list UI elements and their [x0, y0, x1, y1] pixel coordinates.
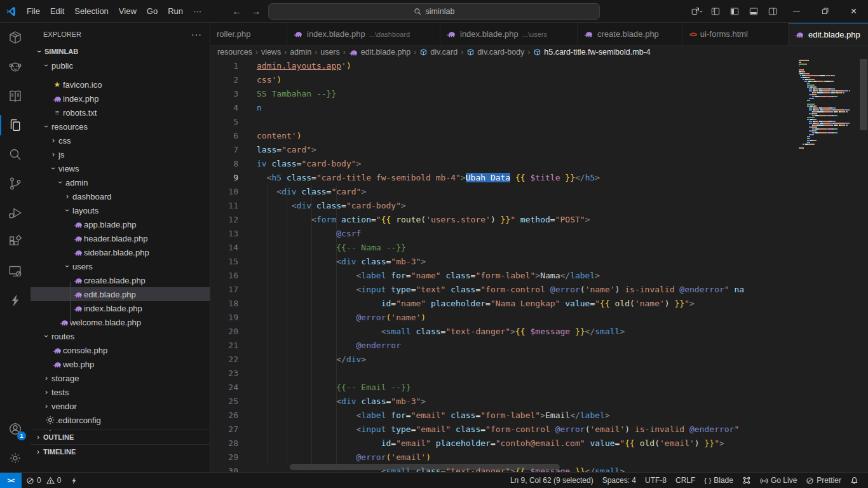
status-eol[interactable]: CRLF	[671, 473, 700, 488]
menu-view[interactable]: View	[114, 4, 142, 19]
close-button[interactable]: ×	[839, 0, 868, 22]
tab-create.blade.php[interactable]: create.blade.php	[578, 23, 683, 45]
code-line: n	[257, 101, 798, 115]
breadcrumb-item-5[interactable]: div.card	[419, 48, 458, 57]
outline-section[interactable]: ›OUTLINE	[31, 430, 210, 444]
horizontal-scrollbar[interactable]	[290, 464, 560, 470]
tree-folder-views[interactable]: ›views	[31, 161, 210, 175]
tab-index.blade.php[interactable]: index.blade.php...\dashboard	[287, 23, 440, 45]
tree-folder-layouts[interactable]: ›layouts	[31, 203, 210, 217]
breadcrumb-item-2[interactable]: admin	[290, 48, 311, 57]
tree-folder-vendor[interactable]: ›vendor	[31, 399, 210, 413]
tree-folder-dashboard[interactable]: ›dashboard	[31, 189, 210, 203]
php-icon	[51, 346, 63, 355]
code-area[interactable]: 1234567891011121314151617181920212223242…	[210, 59, 868, 473]
status-language-mode[interactable]: { }Blade	[700, 473, 738, 488]
activity-explorer-icon[interactable]	[0, 111, 31, 140]
nav-forward-icon[interactable]: →	[251, 6, 261, 17]
restore-button[interactable]	[811, 0, 839, 22]
tree-folder-storage[interactable]: ›storage	[31, 371, 210, 385]
activity-docs-book-icon[interactable]	[0, 81, 31, 111]
command-center-search[interactable]: siminlab	[268, 3, 600, 20]
activity-accounts-icon[interactable]: 1	[0, 414, 31, 444]
layout-dropdown-icon[interactable]: ›	[687, 3, 706, 20]
status-cursor-position[interactable]: Ln 9, Col 62 (9 selected)	[506, 473, 598, 488]
breadcrumb-item-6[interactable]: div.card-body	[466, 48, 524, 57]
tree-file-app.blade.php[interactable]: app.blade.php	[31, 217, 210, 231]
status-remote-indicator[interactable]: ><	[0, 473, 22, 488]
activity-extensions-icon[interactable]	[0, 227, 31, 257]
menu-selection[interactable]: Selection	[69, 4, 113, 19]
tree-file-favicon.ico[interactable]: ★favicon.ico	[31, 78, 210, 92]
tree-folder-js[interactable]: ›js	[31, 147, 210, 161]
activity-remote-explorer-icon[interactable]	[0, 257, 31, 286]
php-icon	[72, 234, 84, 243]
status-waffle-status[interactable]	[738, 473, 756, 488]
tree-file-console.php[interactable]: console.php	[31, 343, 210, 357]
tree-file-index.blade.php[interactable]: index.blade.php	[31, 301, 210, 315]
tree-file-create.blade.php[interactable]: create.blade.php	[31, 273, 210, 287]
star-icon: ★	[51, 80, 63, 89]
timeline-section[interactable]: ›TIMELINE	[31, 444, 210, 459]
tab-index.blade.php[interactable]: index.blade.php...\users	[440, 23, 578, 45]
code-content[interactable]: admin.layouts.app')css')SS Tambahan --}}…	[257, 59, 798, 473]
tree-file-web.php[interactable]: web.php	[31, 357, 210, 371]
menu-run[interactable]: Run	[163, 4, 188, 19]
customize-layout-icon[interactable]	[706, 3, 725, 20]
breadcrumb-item-7[interactable]: h5.card-title.fw-semibold.mb-4	[533, 48, 650, 57]
status-notifications[interactable]	[846, 473, 863, 488]
menu-bar: FileEditSelectionViewGoRun···	[22, 4, 207, 19]
breadcrumb-item-1[interactable]: views	[261, 48, 281, 57]
vertical-scrollbar[interactable]	[860, 59, 867, 130]
activity-source-control-icon[interactable]	[0, 169, 31, 198]
tree-folder-public[interactable]: ›public	[31, 58, 210, 72]
tree-folder-users[interactable]: ›users	[31, 259, 210, 273]
toggle-panel-icon[interactable]	[744, 3, 763, 20]
tree-folder-siminlab[interactable]: ›SIMINLAB	[31, 44, 210, 58]
status-problems[interactable]: 00	[22, 473, 65, 488]
activity-settings-icon[interactable]	[0, 444, 31, 473]
activity-run-and-debug-icon[interactable]	[0, 198, 31, 227]
tree-folder-routes[interactable]: ›routes	[31, 329, 210, 343]
minimap[interactable]	[799, 60, 859, 149]
tree-folder-tests[interactable]: ›tests	[31, 385, 210, 399]
explorer-more-icon[interactable]: ···	[191, 29, 202, 39]
status-encoding[interactable]: UTF-8	[641, 473, 671, 488]
tree-file-.editorconfig[interactable]: .editorconfig	[31, 413, 210, 427]
nav-back-icon[interactable]: ←	[232, 6, 242, 17]
chevron-right-icon: ›	[62, 192, 72, 201]
status-go-live[interactable]: Go Live	[756, 473, 801, 488]
status-indentation[interactable]: Spaces: 4	[598, 473, 641, 488]
php-icon	[349, 48, 358, 57]
toggle-secondary-sidebar-icon[interactable]	[763, 3, 782, 20]
activity-thunder-client-icon[interactable]	[0, 286, 31, 315]
menu-edit[interactable]: Edit	[45, 4, 69, 19]
line-number: 19	[210, 311, 243, 325]
tree-folder-resources[interactable]: ›resources	[31, 119, 210, 133]
tree-file-robots.txt[interactable]: ≡robots.txt	[31, 105, 210, 119]
status-thunder-status[interactable]	[65, 473, 83, 488]
menu-overflow-icon[interactable]: ···	[188, 4, 207, 19]
tab-ui-forms.html[interactable]: <>ui-forms.html	[683, 23, 789, 45]
tree-file-edit.blade.php[interactable]: edit.blade.php	[31, 287, 210, 301]
minimize-button[interactable]	[782, 0, 811, 22]
breadcrumb-item-0[interactable]: resources	[217, 48, 252, 57]
tree-file-index.php[interactable]: index.php	[31, 92, 210, 105]
toggle-primary-sidebar-icon[interactable]	[725, 3, 744, 20]
tab-edit.blade.php[interactable]: edit.blade.php×	[789, 23, 868, 45]
tab-roller.php[interactable]: roller.php	[210, 23, 287, 45]
activity-monkey-extension-icon[interactable]	[0, 52, 31, 81]
code-line: <small class="text-danger">{{ $message }…	[257, 325, 798, 339]
tree-folder-admin[interactable]: ›admin	[31, 175, 210, 189]
menu-file[interactable]: File	[22, 4, 45, 19]
menu-go[interactable]: Go	[142, 4, 163, 19]
activity-container-box-icon[interactable]	[0, 23, 31, 52]
tree-folder-css[interactable]: ›css	[31, 133, 210, 147]
breadcrumb-item-3[interactable]: users	[320, 48, 340, 57]
tree-file-sidebar.blade.php[interactable]: sidebar.blade.php	[31, 245, 210, 259]
breadcrumb-item-4[interactable]: edit.blade.php	[349, 48, 411, 57]
tree-file-header.blade.php[interactable]: header.blade.php	[31, 231, 210, 245]
tree-file-welcome.blade.php[interactable]: welcome.blade.php	[31, 315, 210, 329]
activity-search-icon[interactable]	[0, 140, 31, 169]
status-prettier[interactable]: Prettier	[801, 473, 846, 488]
